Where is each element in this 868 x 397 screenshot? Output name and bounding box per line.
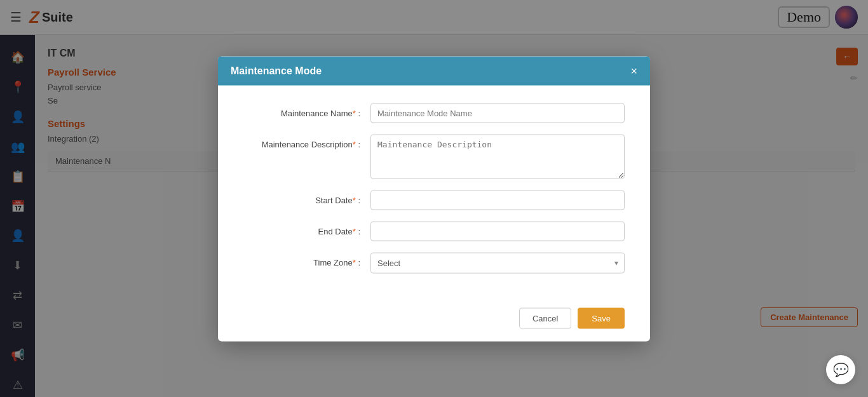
form-row-name: Maintenance Name* : <box>243 103 625 123</box>
form-row-start-date: Start Date* : 9/10/2022, 1:20 PM <box>243 190 625 210</box>
timezone-label: Time Zone* : <box>243 252 370 267</box>
maintenance-description-input[interactable] <box>370 134 625 178</box>
modal-close-button[interactable]: × <box>630 65 637 76</box>
maintenance-mode-modal: Maintenance Mode × Maintenance Name* : M… <box>218 56 650 341</box>
maintenance-name-input[interactable] <box>370 103 625 123</box>
name-label: Maintenance Name* : <box>243 103 370 118</box>
end-date-input[interactable]: 9/10/2022, 1:20 PM <box>370 221 625 241</box>
chat-icon: 💬 <box>833 362 849 377</box>
form-row-timezone: Time Zone* : Select UTC EST PST CST ▾ <box>243 252 625 273</box>
modal-body: Maintenance Name* : Maintenance Descript… <box>218 85 650 297</box>
modal-footer: Cancel Save <box>218 297 650 341</box>
form-row-description: Maintenance Description* : <box>243 134 625 178</box>
modal-header: Maintenance Mode × <box>218 56 650 85</box>
form-row-end-date: End Date* : 9/10/2022, 1:20 PM <box>243 221 625 241</box>
chat-widget[interactable]: 💬 <box>826 355 855 384</box>
save-button[interactable]: Save <box>578 307 625 328</box>
start-date-label: Start Date* : <box>243 190 370 205</box>
modal-title: Maintenance Mode <box>231 65 322 76</box>
timezone-select[interactable]: Select UTC EST PST CST <box>370 252 625 273</box>
description-label: Maintenance Description* : <box>243 134 370 149</box>
start-date-input[interactable]: 9/10/2022, 1:20 PM <box>370 190 625 210</box>
cancel-button[interactable]: Cancel <box>519 307 571 328</box>
end-date-label: End Date* : <box>243 221 370 236</box>
timezone-select-wrapper: Select UTC EST PST CST ▾ <box>370 252 625 273</box>
